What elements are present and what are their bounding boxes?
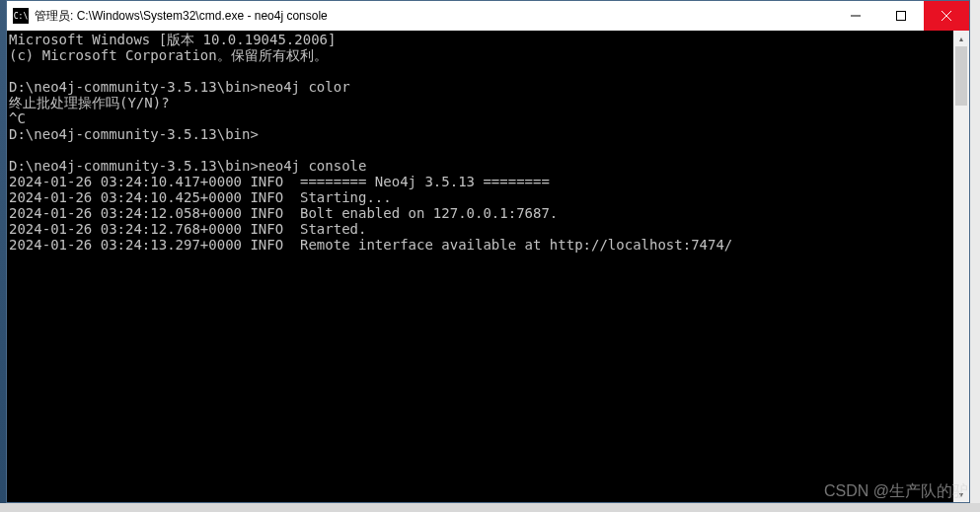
scrollbar[interactable]: ▴ ▾ xyxy=(953,31,969,502)
titlebar[interactable]: C:\ 管理员: C:\Windows\System32\cmd.exe - n… xyxy=(7,1,969,31)
scroll-up-icon[interactable]: ▴ xyxy=(953,31,969,46)
cmd-icon: C:\ xyxy=(13,8,29,24)
scroll-down-icon[interactable]: ▾ xyxy=(953,486,969,502)
window-title: 管理员: C:\Windows\System32\cmd.exe - neo4j… xyxy=(35,8,833,25)
terminal-output[interactable]: Microsoft Windows [版本 10.0.19045.2006] (… xyxy=(7,31,969,502)
svg-rect-1 xyxy=(897,12,906,21)
scroll-track[interactable] xyxy=(953,46,969,486)
maximize-button[interactable] xyxy=(878,1,924,31)
background-bottom xyxy=(0,503,980,512)
minimize-button[interactable] xyxy=(833,1,878,31)
cmd-window: C:\ 管理员: C:\Windows\System32\cmd.exe - n… xyxy=(6,0,970,503)
close-button[interactable] xyxy=(924,1,969,31)
scroll-thumb[interactable] xyxy=(955,46,967,106)
